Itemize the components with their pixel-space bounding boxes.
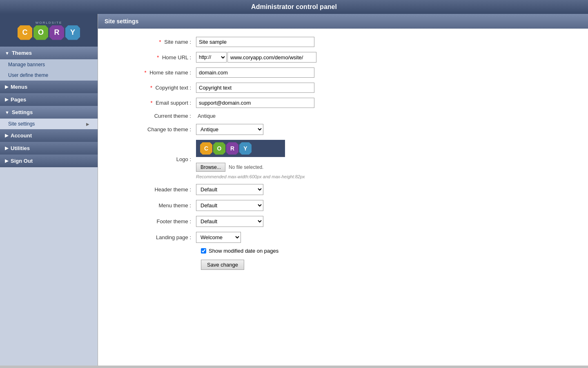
home-url-input[interactable] bbox=[227, 52, 316, 63]
sidebar-item-manage-banners[interactable]: Manage banners bbox=[0, 59, 98, 70]
home-site-name-input[interactable] bbox=[196, 67, 314, 78]
logo-r: R bbox=[226, 142, 238, 155]
sidebar-menus-label: Menus bbox=[11, 84, 27, 90]
logo-preview: WORLDSITE C O R Y bbox=[196, 140, 305, 157]
chevron-right-icon: ▶ bbox=[5, 133, 8, 138]
sidebar-signout-label: Sign Out bbox=[11, 158, 33, 164]
sidebar-item-account[interactable]: ▶ Account bbox=[0, 129, 98, 142]
landing-page-row: Landing page : Welcome Home About bbox=[114, 232, 572, 243]
required-star: * bbox=[144, 70, 146, 76]
logo-area: WORLDSITE C O R Y bbox=[0, 14, 98, 47]
logo-y: Y bbox=[239, 142, 252, 155]
chevron-right-icon: ▶ bbox=[5, 84, 8, 90]
required-star: * bbox=[150, 85, 152, 91]
logo-letter-y: Y bbox=[65, 25, 80, 40]
page-title: Administrator control panel bbox=[251, 3, 337, 10]
required-star: * bbox=[151, 100, 153, 106]
sidebar-utilities-label: Utilities bbox=[11, 145, 30, 151]
chevron-right-icon: ▶ bbox=[5, 158, 8, 164]
logo-preview-img: WORLDSITE C O R Y bbox=[196, 140, 285, 157]
worldsite-label: WORLDSITE bbox=[36, 21, 62, 25]
logo-label: Logo : bbox=[114, 140, 196, 162]
copyright-input[interactable] bbox=[196, 83, 314, 93]
change-theme-select[interactable]: Antique Default Modern Classic bbox=[196, 124, 263, 135]
header-theme-label: Header theme : bbox=[114, 186, 196, 193]
footer-theme-label: Footer theme : bbox=[114, 218, 196, 224]
show-modified-checkbox[interactable] bbox=[201, 248, 206, 254]
no-file-text: No file selected. bbox=[229, 164, 263, 170]
change-theme-label: Change to theme : bbox=[114, 126, 196, 132]
logo-row: Logo : WORLDSITE C O R Y bbox=[114, 140, 572, 179]
menu-theme-label: Menu theme : bbox=[114, 202, 196, 209]
sidebar: WORLDSITE C O R Y ▼ Themes Manage banner… bbox=[0, 14, 98, 366]
main-content: Site settings * Site name : * Home URL : bbox=[98, 14, 588, 366]
form-area: * Site name : * Home URL : http:// https… bbox=[98, 29, 588, 278]
browse-row: Browse... No file selected. bbox=[196, 163, 305, 172]
sidebar-pages-label: Pages bbox=[11, 96, 26, 103]
home-site-name-row: * Home site name : bbox=[114, 67, 572, 78]
browse-button[interactable]: Browse... bbox=[196, 163, 225, 172]
logo-hint: Recommended max-width:600px and max-heig… bbox=[196, 174, 305, 179]
logo-letter-c: C bbox=[18, 25, 32, 40]
logo-right: WORLDSITE C O R Y Browse... No file bbox=[196, 140, 305, 179]
logo-o: O bbox=[213, 142, 225, 155]
menu-theme-row: Menu theme : Default Antique Modern bbox=[114, 200, 572, 211]
header-theme-row: Header theme : Default Antique Modern bbox=[114, 184, 572, 195]
chevron-down-icon: ▼ bbox=[5, 51, 9, 56]
sidebar-item-pages[interactable]: ▶ Pages bbox=[0, 93, 98, 106]
save-change-button[interactable]: Save change bbox=[201, 260, 244, 270]
sidebar-themes-label: Themes bbox=[12, 50, 32, 56]
email-support-label: * Email support : bbox=[114, 100, 196, 106]
home-site-name-label: * Home site name : bbox=[114, 70, 196, 76]
show-modified-label: Show modified date on pages bbox=[209, 248, 278, 254]
arrow-right-icon: ▶ bbox=[86, 122, 89, 126]
logo-puzzle-preview: C O R Y bbox=[200, 142, 252, 155]
landing-page-label: Landing page : bbox=[114, 234, 196, 240]
site-name-input[interactable] bbox=[196, 37, 314, 47]
menu-theme-select[interactable]: Default Antique Modern bbox=[196, 200, 263, 211]
url-protocol-select[interactable]: http:// https:// bbox=[196, 52, 227, 63]
required-star: * bbox=[159, 39, 161, 45]
sidebar-settings-label: Settings bbox=[12, 109, 33, 115]
email-support-row: * Email support : bbox=[114, 98, 572, 108]
bottom-bar bbox=[0, 366, 588, 368]
sidebar-item-menus[interactable]: ▶ Menus bbox=[0, 81, 98, 93]
url-group: http:// https:// bbox=[196, 52, 316, 63]
sidebar-item-settings[interactable]: ▼ Settings bbox=[0, 106, 98, 119]
logo-c: C bbox=[200, 142, 212, 155]
sidebar-item-themes[interactable]: ▼ Themes bbox=[0, 47, 98, 59]
chevron-right-icon: ▶ bbox=[5, 97, 8, 102]
sidebar-item-signout[interactable]: ▶ Sign Out bbox=[0, 155, 98, 167]
logo-letter-o: O bbox=[33, 25, 48, 40]
chevron-down-icon: ▼ bbox=[5, 110, 9, 115]
sidebar-logo: C O R Y bbox=[18, 25, 80, 40]
copyright-label: * Copyright text : bbox=[114, 85, 196, 91]
show-modified-row: Show modified date on pages bbox=[196, 248, 572, 254]
copyright-row: * Copyright text : bbox=[114, 83, 572, 93]
email-support-input[interactable] bbox=[196, 98, 314, 108]
home-url-label: * Home URL : bbox=[114, 54, 196, 61]
current-theme-value: Antique bbox=[196, 113, 216, 119]
sidebar-item-utilities[interactable]: ▶ Utilities bbox=[0, 142, 98, 155]
landing-page-select[interactable]: Welcome Home About bbox=[196, 232, 241, 243]
logo-letter-r: R bbox=[49, 25, 64, 40]
current-theme-label: Current theme : bbox=[114, 113, 196, 119]
home-url-row: * Home URL : http:// https:// bbox=[114, 52, 572, 63]
site-settings-header: Site settings bbox=[98, 14, 588, 29]
change-theme-row: Change to theme : Antique Default Modern… bbox=[114, 124, 572, 135]
footer-theme-select[interactable]: Default Antique Modern bbox=[196, 216, 263, 227]
header-theme-select[interactable]: Default Antique Modern bbox=[196, 184, 263, 195]
sidebar-account-label: Account bbox=[11, 132, 32, 139]
chevron-right-icon: ▶ bbox=[5, 146, 8, 151]
site-name-label: * Site name : bbox=[114, 39, 196, 45]
site-name-row: * Site name : bbox=[114, 37, 572, 47]
current-theme-row: Current theme : Antique bbox=[114, 113, 572, 119]
required-star: * bbox=[157, 54, 159, 61]
footer-theme-row: Footer theme : Default Antique Modern bbox=[114, 216, 572, 227]
top-bar: Administrator control panel bbox=[0, 0, 588, 14]
sidebar-item-site-settings[interactable]: Site settings ▶ bbox=[0, 119, 98, 129]
sidebar-item-user-define-theme[interactable]: User define theme bbox=[0, 70, 98, 81]
save-btn-row: Save change bbox=[196, 260, 572, 270]
